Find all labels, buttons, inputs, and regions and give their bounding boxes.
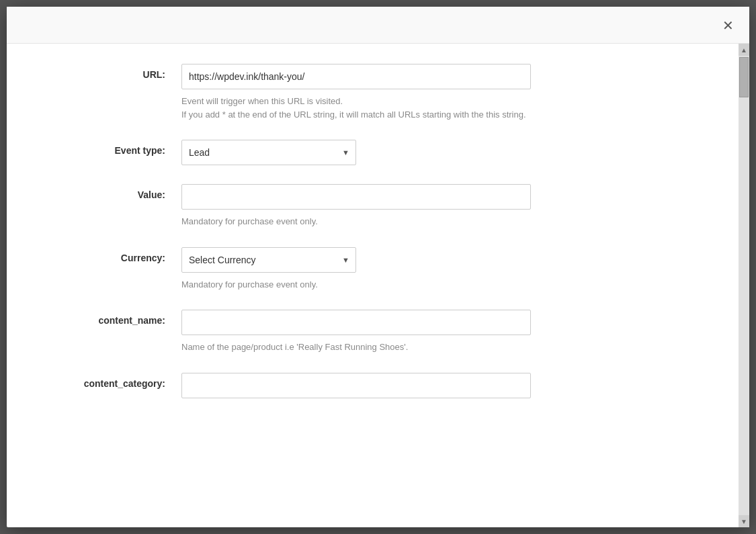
content-category-label: content_category: [47, 373, 181, 389]
event-type-select[interactable]: Lead Purchase CompleteRegistration ViewC… [181, 140, 356, 165]
scrollbar-track: ▲ ▼ [739, 44, 749, 527]
currency-select-wrapper: Select Currency USD EUR GBP AUD CAD JPY … [181, 247, 356, 273]
scrollbar-arrow-up[interactable]: ▲ [739, 44, 749, 56]
url-label: URL: [47, 64, 181, 80]
event-type-field: Lead Purchase CompleteRegistration ViewC… [181, 140, 698, 165]
scrollbar-arrow-down[interactable]: ▼ [739, 515, 749, 527]
modal-header: ✕ [7, 7, 749, 44]
url-hint-line1: Event will trigger when this URL is visi… [181, 96, 343, 106]
value-hint: Mandatory for purchase event only. [181, 215, 531, 228]
content-category-row: content_category: [47, 373, 698, 398]
currency-row: Currency: Select Currency USD EUR GBP AU… [47, 247, 698, 292]
url-row: URL: Event will trigger when this URL is… [47, 64, 698, 121]
value-row: Value: Mandatory for purchase event only… [47, 184, 698, 228]
content-category-input[interactable] [181, 373, 531, 398]
modal-overlay: ✕ URL: Event will trigger when this URL … [0, 0, 756, 534]
currency-select[interactable]: Select Currency USD EUR GBP AUD CAD JPY [181, 247, 356, 273]
event-type-select-wrapper: Lead Purchase CompleteRegistration ViewC… [181, 140, 356, 165]
url-field: Event will trigger when this URL is visi… [181, 64, 698, 121]
event-type-label: Event type: [47, 140, 181, 156]
content-category-field [181, 373, 698, 398]
scrollbar-thumb[interactable] [739, 57, 749, 97]
modal-body-wrapper: URL: Event will trigger when this URL is… [7, 44, 749, 527]
value-input[interactable] [181, 184, 531, 210]
url-hint-line2: If you add * at the end of the URL strin… [181, 109, 526, 120]
event-type-row: Event type: Lead Purchase CompleteRegist… [47, 140, 698, 165]
value-field: Mandatory for purchase event only. [181, 184, 698, 228]
url-hint: Event will trigger when this URL is visi… [181, 95, 531, 121]
content-name-label: content_name: [47, 310, 181, 326]
currency-field: Select Currency USD EUR GBP AUD CAD JPY … [181, 247, 698, 292]
content-name-hint: Name of the page/product i.e 'Really Fas… [181, 341, 531, 354]
value-label: Value: [47, 184, 181, 200]
modal-dialog: ✕ URL: Event will trigger when this URL … [7, 7, 749, 527]
modal-body: URL: Event will trigger when this URL is… [7, 44, 739, 527]
currency-hint: Mandatory for purchase event only. [181, 278, 531, 292]
currency-label: Currency: [47, 247, 181, 263]
content-name-input[interactable] [181, 310, 531, 335]
url-input[interactable] [181, 64, 531, 89]
content-name-field: Name of the page/product i.e 'Really Fas… [181, 310, 698, 354]
content-name-row: content_name: Name of the page/product i… [47, 310, 698, 354]
close-button[interactable]: ✕ [718, 16, 737, 35]
